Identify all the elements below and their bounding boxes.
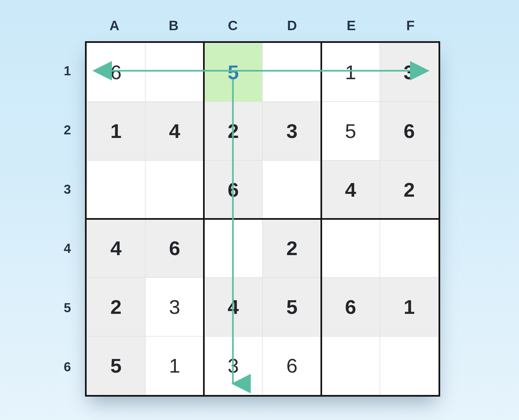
cell-a6[interactable]: 5: [87, 336, 145, 395]
cell-f3[interactable]: 2: [380, 160, 439, 219]
cell-f4[interactable]: [380, 219, 439, 278]
sudoku-stage: A B C D E F 1 2 3 4 5 6 6513142356642462…: [0, 0, 519, 420]
cell-d2[interactable]: 3: [262, 102, 321, 160]
cell-e5[interactable]: 6: [321, 278, 380, 336]
row-header-3: 3: [58, 160, 76, 219]
cell-b1[interactable]: [145, 43, 204, 102]
col-header-e: E: [322, 18, 381, 37]
cell-c4[interactable]: [204, 219, 263, 278]
cell-e6[interactable]: [321, 336, 380, 395]
col-header-a: A: [85, 18, 144, 37]
cell-e4[interactable]: [321, 219, 380, 278]
cell-c5[interactable]: 4: [204, 278, 263, 336]
cell-e3[interactable]: 4: [321, 160, 380, 219]
row-headers: 1 2 3 4 5 6: [58, 41, 76, 397]
row-header-5: 5: [58, 278, 76, 338]
cell-d5[interactable]: 5: [262, 278, 321, 336]
cell-b2[interactable]: 4: [145, 102, 204, 160]
cell-f5[interactable]: 1: [380, 278, 439, 336]
sudoku-board: 65131423566424622345615136: [85, 41, 440, 397]
box-border-horizontal-1: [87, 218, 439, 220]
cell-b4[interactable]: 6: [145, 219, 204, 278]
cell-a2[interactable]: 1: [87, 102, 145, 160]
row-header-2: 2: [58, 101, 76, 160]
cell-c2[interactable]: 2: [204, 102, 263, 160]
row-header-6: 6: [58, 338, 76, 397]
cell-c6[interactable]: 3: [204, 336, 263, 395]
cell-d6[interactable]: 6: [262, 336, 321, 395]
cell-b5[interactable]: 3: [145, 278, 204, 336]
col-header-c: C: [203, 18, 263, 37]
row-header-4: 4: [58, 219, 76, 278]
cell-d3[interactable]: [262, 160, 321, 219]
cell-e2[interactable]: 5: [321, 102, 380, 160]
cell-c1[interactable]: 5: [204, 43, 263, 102]
cell-c3[interactable]: 6: [204, 160, 263, 219]
cell-b3[interactable]: [145, 160, 204, 219]
cell-a1[interactable]: 6: [87, 43, 145, 102]
col-header-f: F: [381, 18, 441, 37]
row-header-1: 1: [58, 41, 76, 101]
cell-f2[interactable]: 6: [380, 102, 439, 160]
col-header-b: B: [144, 18, 204, 37]
cell-f6[interactable]: [380, 336, 439, 395]
cell-a4[interactable]: 4: [87, 219, 145, 278]
col-header-d: D: [263, 18, 322, 37]
cell-e1[interactable]: 1: [321, 43, 380, 102]
cell-b6[interactable]: 1: [145, 336, 204, 395]
cell-d1[interactable]: [262, 43, 321, 102]
column-headers: A B C D E F: [85, 18, 440, 37]
cell-d4[interactable]: 2: [262, 219, 321, 278]
cell-a3[interactable]: [87, 160, 145, 219]
cell-a5[interactable]: 2: [87, 278, 145, 336]
cell-f1[interactable]: 3: [380, 43, 439, 102]
